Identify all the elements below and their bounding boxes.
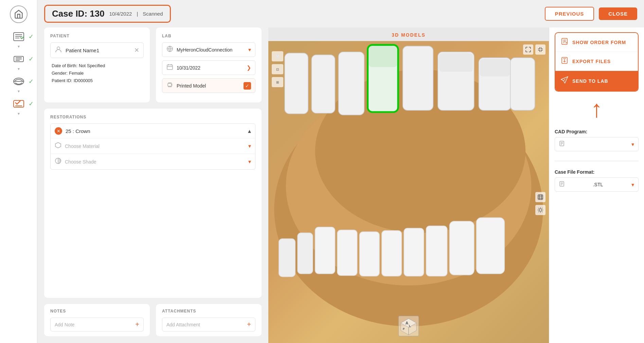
send-to-lab-label: SEND TO LAB [572,78,608,84]
right-panel: SHOW ORDER FORM EXPORT FILES [549,27,644,343]
lab-printed-check-icon: ✓ [244,82,251,90]
restoration-remove-button[interactable]: ✕ [55,127,62,135]
case-status: Scanned [143,11,163,17]
sidebar-item-2[interactable] [10,52,28,66]
svg-text:L: L [409,324,411,328]
file-format-icon [559,181,565,188]
model-title: 3D MODELS [392,27,426,41]
show-order-form-label: SHOW ORDER FORM [572,40,626,45]
lab-date-value: 10/31/2022 [177,65,243,71]
sidebar-chevron-2[interactable]: ▾ [18,66,20,71]
lab-date-row[interactable]: 10/31/2022 ❯ [162,60,255,75]
teeth-view-icon[interactable]: 🦷 [272,51,283,61]
svg-point-12 [57,47,60,50]
notes-add-icon[interactable]: + [135,321,139,328]
notes-section-label: NOTES [50,309,144,313]
file-format-value: .STL [593,182,603,187]
case-id-box: Case ID: 130 10/4/2022 | Scanned [44,5,171,23]
arrow-indicator: ↑ [555,96,639,122]
patient-avatar-icon [55,45,62,55]
sidebar-chevron-4[interactable]: ▾ [18,111,20,116]
svg-rect-29 [403,46,433,110]
svg-rect-28 [439,53,473,72]
cad-program-chevron-icon: ▾ [631,141,634,148]
patient-remove-icon[interactable]: ✕ [134,46,139,54]
sidebar-group-3: ✓ ▾ [0,75,37,94]
fit-view-icon[interactable] [535,192,545,202]
occlusal-icon[interactable]: ⊞ [272,77,283,87]
svg-line-58 [542,208,543,209]
restoration-shade-chevron-icon: ▾ [248,158,251,165]
restoration-collapse-icon[interactable]: ▴ [248,127,251,135]
lab-printed-row[interactable]: Printed Model ✓ [162,78,255,93]
export-files-button[interactable]: EXPORT FILES [555,52,638,71]
svg-marker-20 [55,142,61,148]
patient-lab-row: PATIENT Patient Name1 ✕ Date of Birth:No… [44,27,262,102]
divider-1 [555,161,639,161]
case-separator: | [137,11,138,17]
sidebar-item-4[interactable] [10,97,28,111]
sidebar-group-1: ✓ ▾ [0,30,37,49]
svg-rect-45 [279,239,295,277]
previous-button[interactable]: PREVIOUS [545,7,594,21]
cad-program-label: CAD Program: [555,129,639,134]
show-order-form-icon [561,38,568,47]
restoration-shade-row[interactable]: Choose Shade ▾ [51,154,255,169]
sidebar-item-1[interactable] [10,30,28,43]
svg-rect-14 [167,65,173,70]
gender-value: Female [69,71,84,76]
patient-id-label: Patient ID: [52,78,72,83]
model-left-icons: 🦷 ⊡ ⊞ [272,51,283,87]
notes-input-row[interactable]: Add Note + [50,318,144,331]
lab-connection-icon [166,45,173,54]
attachments-add-icon[interactable]: + [247,321,251,328]
export-files-icon [561,57,568,66]
model-viewport: 🦷 ⊡ ⊞ A L F [268,41,549,343]
jaw-icon[interactable]: ⊡ [272,64,283,74]
shrink-icon[interactable] [535,44,545,55]
svg-rect-39 [382,231,402,276]
restoration-material-row[interactable]: Choose Material ▾ [51,138,255,154]
gender-label: Gender: [52,71,68,76]
top-bar-actions: PREVIOUS CLOSE [545,7,637,21]
send-to-lab-button[interactable]: SEND TO LAB [555,71,638,91]
svg-rect-46 [538,195,543,199]
show-order-form-button[interactable]: SHOW ORDER FORM [555,33,638,52]
restoration-material-chevron-icon: ▾ [248,143,251,149]
dob-label: Date of Birth: [52,63,77,68]
cad-program-dropdown[interactable]: ▾ [555,137,639,151]
attachments-placeholder: Add Attachment [166,322,200,327]
restoration-shade-icon [55,157,61,166]
send-to-lab-icon [561,76,568,85]
model-controls [523,44,545,55]
orientation-cube[interactable]: A L F [398,316,419,336]
lab-printed-icon [166,81,173,90]
svg-rect-43 [477,218,505,274]
sidebar-item-3[interactable] [10,75,28,88]
attachments-input-row[interactable]: Add Attachment + [162,318,255,331]
sidebar-group-4: ✓ ▾ [0,97,37,116]
patient-details: Date of Birth:Not Specified Gender:Femal… [50,62,144,84]
svg-rect-31 [369,46,397,67]
export-files-label: EXPORT FILES [572,59,611,64]
restoration-material-icon [55,142,61,150]
left-panel: PATIENT Patient Name1 ✕ Date of Birth:No… [37,27,268,343]
home-button[interactable] [10,5,28,23]
sidebar-chevron-3[interactable]: ▾ [18,89,20,94]
up-arrow-icon: ↑ [591,97,603,121]
expand-icon[interactable] [523,44,533,55]
file-format-dropdown[interactable]: .STL ▾ [555,177,639,192]
sidebar-chevron-1[interactable]: ▾ [18,44,20,49]
svg-rect-34 [285,53,308,114]
lab-connection-row[interactable]: MyHeronCloudConnection ▾ [162,42,255,57]
svg-rect-36 [315,227,335,274]
restorations-label: RESTORATIONS [50,115,255,119]
attachments-section: ATTACHMENTS Add Attachment + [156,304,262,336]
close-button[interactable]: CLOSE [599,7,637,20]
light-icon[interactable] [535,205,545,215]
notes-attachments-row: NOTES Add Note + ATTACHMENTS Add Attachm… [44,304,262,336]
notes-placeholder: Add Note [55,322,74,327]
svg-point-51 [539,209,542,211]
svg-rect-41 [426,226,447,276]
main-content: Case ID: 130 10/4/2022 | Scanned PREVIOU… [37,0,644,343]
